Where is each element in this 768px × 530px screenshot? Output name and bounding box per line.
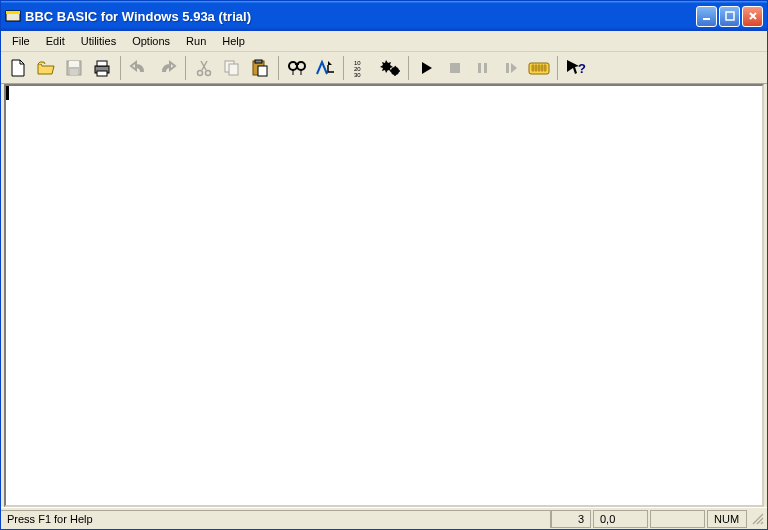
menu-help[interactable]: Help bbox=[215, 33, 252, 49]
new-button[interactable] bbox=[5, 55, 31, 81]
resize-grip[interactable] bbox=[749, 510, 767, 528]
svg-point-11 bbox=[206, 70, 211, 75]
paste-button[interactable] bbox=[247, 55, 273, 81]
toolbar-separator bbox=[120, 56, 121, 80]
statusbar: Press F1 for Help 3 0,0 NUM bbox=[1, 507, 767, 529]
stop-button[interactable] bbox=[442, 55, 468, 81]
svg-point-22 bbox=[391, 67, 399, 75]
svg-rect-24 bbox=[478, 63, 481, 73]
svg-rect-26 bbox=[506, 63, 509, 73]
text-cursor bbox=[6, 86, 9, 100]
svg-point-10 bbox=[198, 70, 203, 75]
find-button[interactable] bbox=[284, 55, 310, 81]
svg-text:30: 30 bbox=[354, 72, 361, 78]
app-window: BBC BASIC for Windows 5.93a (trial) File… bbox=[0, 0, 768, 530]
svg-rect-5 bbox=[69, 61, 79, 67]
undo-button[interactable] bbox=[126, 55, 152, 81]
window-title: BBC BASIC for Windows 5.93a (trial) bbox=[25, 9, 696, 24]
status-line-number: 3 bbox=[551, 510, 591, 528]
save-button[interactable] bbox=[61, 55, 87, 81]
menu-options[interactable]: Options bbox=[125, 33, 177, 49]
svg-rect-6 bbox=[70, 69, 78, 75]
svg-rect-23 bbox=[450, 63, 460, 73]
step-button[interactable] bbox=[498, 55, 524, 81]
print-button[interactable] bbox=[89, 55, 115, 81]
svg-text:?: ? bbox=[578, 61, 586, 76]
status-numlock: NUM bbox=[707, 510, 747, 528]
editor-area bbox=[4, 84, 764, 507]
status-empty-1 bbox=[650, 510, 705, 528]
run-button[interactable] bbox=[414, 55, 440, 81]
renumber-button[interactable]: 102030 bbox=[349, 55, 375, 81]
app-icon bbox=[5, 8, 21, 24]
toolbar-separator bbox=[408, 56, 409, 80]
toolbar-separator bbox=[278, 56, 279, 80]
menubar: File Edit Utilities Options Run Help bbox=[1, 31, 767, 52]
toolbar-separator bbox=[557, 56, 558, 80]
window-controls bbox=[696, 6, 763, 27]
menu-file[interactable]: File bbox=[5, 33, 37, 49]
svg-rect-8 bbox=[97, 61, 107, 66]
cut-button[interactable] bbox=[191, 55, 217, 81]
replace-button[interactable] bbox=[312, 55, 338, 81]
maximize-button[interactable] bbox=[719, 6, 740, 27]
menu-edit[interactable]: Edit bbox=[39, 33, 72, 49]
redo-button[interactable] bbox=[154, 55, 180, 81]
svg-rect-16 bbox=[258, 66, 267, 76]
immediate-button[interactable] bbox=[526, 55, 552, 81]
code-editor[interactable] bbox=[6, 86, 762, 505]
toolbar-separator bbox=[343, 56, 344, 80]
menu-run[interactable]: Run bbox=[179, 33, 213, 49]
status-help-text: Press F1 for Help bbox=[1, 510, 551, 528]
context-help-button[interactable]: ? bbox=[563, 55, 589, 81]
minimize-button[interactable] bbox=[696, 6, 717, 27]
copy-button[interactable] bbox=[219, 55, 245, 81]
svg-rect-25 bbox=[484, 63, 487, 73]
titlebar: BBC BASIC for Windows 5.93a (trial) bbox=[1, 1, 767, 31]
svg-rect-3 bbox=[726, 12, 734, 20]
close-button[interactable] bbox=[742, 6, 763, 27]
menu-utilities[interactable]: Utilities bbox=[74, 33, 123, 49]
compile-button[interactable] bbox=[377, 55, 403, 81]
svg-rect-2 bbox=[703, 18, 710, 20]
svg-rect-13 bbox=[229, 64, 238, 75]
svg-rect-1 bbox=[6, 11, 20, 14]
pause-button[interactable] bbox=[470, 55, 496, 81]
toolbar: 102030 ? bbox=[1, 52, 767, 84]
svg-rect-15 bbox=[255, 60, 262, 63]
svg-rect-9 bbox=[97, 71, 107, 76]
toolbar-separator bbox=[185, 56, 186, 80]
status-cursor-pos: 0,0 bbox=[593, 510, 648, 528]
open-button[interactable] bbox=[33, 55, 59, 81]
